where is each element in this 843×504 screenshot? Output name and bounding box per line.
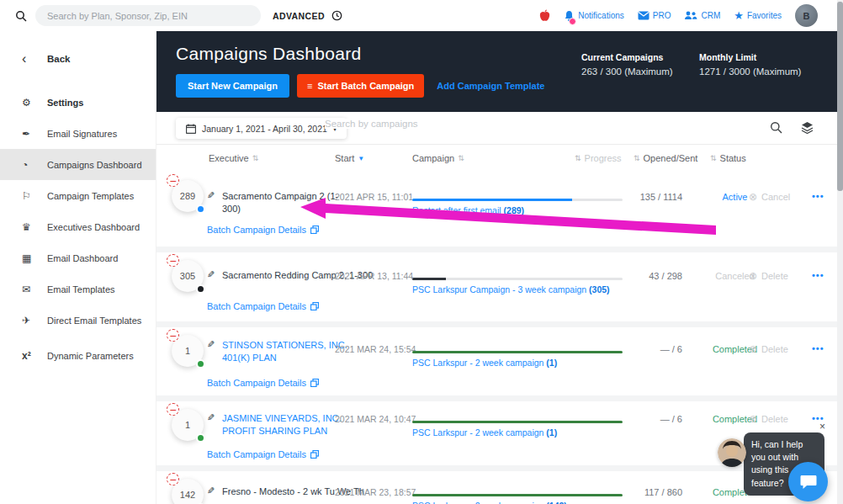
edit-icon[interactable]: ✎ <box>207 412 215 423</box>
delete-button[interactable]: ⊗Delete <box>749 413 813 425</box>
flag-icon: ⚐ <box>22 190 47 202</box>
topbar: ADVANCED Notifications PRO CRM ★ Favorit… <box>0 0 843 31</box>
more-actions-button[interactable]: ••• <box>812 343 824 353</box>
sort-icon[interactable]: ⇅ <box>458 154 464 162</box>
executive-badge[interactable]: 305 − <box>172 260 204 292</box>
status-dot <box>196 204 205 214</box>
batch-campaign-details-link[interactable]: Batch Campaign Details <box>207 225 319 235</box>
campaign-search-input[interactable] <box>325 119 577 129</box>
stopwatch-icon: ◔ <box>22 159 47 171</box>
chat-bubble-icon <box>800 475 817 490</box>
more-actions-button[interactable]: ••• <box>812 191 824 201</box>
batch-campaign-details-link[interactable]: Batch Campaign Details <box>207 301 319 311</box>
campaign-link[interactable]: Restart after first email (289) <box>412 205 524 215</box>
batch-campaign-details-link[interactable]: Batch Campaign Details <box>207 378 319 388</box>
sidebar-item-direct-email-templates[interactable]: ✈ Direct Email Templates <box>0 305 156 336</box>
campaign-link[interactable]: PSC Larkspur - 2 week campaign (1) <box>412 427 557 438</box>
sort-desc-icon[interactable]: ▼ <box>358 155 364 162</box>
page-header: Campaigns Dashboard Start New Campaign ≡… <box>156 31 837 112</box>
search-icon[interactable] <box>770 121 782 134</box>
sidebar-item-email-templates[interactable]: ✉ Email Templates <box>0 273 156 305</box>
close-icon[interactable]: × <box>819 421 825 432</box>
sort-icon[interactable]: ⇅ <box>575 154 581 162</box>
scrollbar-track[interactable] <box>837 0 843 504</box>
progress-bar <box>412 199 623 201</box>
edit-icon[interactable]: ✎ <box>207 269 215 280</box>
date-range-picker[interactable]: January 1, 2021 - April 30, 2021 ▾ <box>176 118 347 139</box>
sidebar-item-email-signatures[interactable]: ✒ Email Signatures <box>0 118 156 149</box>
status-dot <box>196 433 205 443</box>
executive-badge[interactable]: 289 − <box>172 180 204 212</box>
table-row: 142 − ✎ Fresno - Modesto - 2 wk Tu We Th… <box>156 471 837 504</box>
campaign-link[interactable]: PSC Larkspur - 2 week campaign (1) <box>412 358 557 368</box>
external-window-icon <box>310 225 319 234</box>
sidebar-item-executives-dashboard[interactable]: ♛ Executives Dashboard <box>0 211 156 242</box>
edit-icon[interactable]: ✎ <box>207 339 215 350</box>
pro-button[interactable]: PRO <box>638 11 671 20</box>
scrollbar-thumb[interactable] <box>837 2 843 191</box>
start-date: 2021 MAR 24, 15:54 <box>335 344 416 354</box>
delete-icon: ⊗ <box>749 343 757 355</box>
sidebar: ‹ Back ⚙ Settings ✒ Email Signatures ◔ C… <box>0 31 156 504</box>
campaign-link[interactable]: PSC Larkspur - 2 week campaign (142) <box>412 501 567 504</box>
star-icon: ★ <box>734 10 744 21</box>
apple-icon[interactable] <box>539 9 550 22</box>
campaign-link[interactable]: PSC Larkspur Campaign - 3 week campaign … <box>412 284 610 294</box>
sidebar-item-settings[interactable]: ⚙ Settings <box>0 87 156 118</box>
start-date: 2021 APR 15, 11:01 <box>335 192 413 202</box>
sort-icon[interactable]: ⇅ <box>710 154 717 162</box>
delete-button[interactable]: ⊗Delete <box>749 343 813 355</box>
executive-badge[interactable]: 142 − <box>172 479 204 504</box>
edit-icon[interactable]: ✎ <box>207 485 215 496</box>
remove-circle-icon[interactable]: − <box>167 473 179 485</box>
history-clock-icon[interactable] <box>331 10 342 21</box>
progress-bar <box>412 421 623 423</box>
column-status[interactable]: ⇅Status <box>710 153 746 163</box>
remove-circle-icon[interactable]: − <box>167 174 179 187</box>
sort-icon[interactable]: ⇅ <box>252 154 259 162</box>
remove-circle-icon[interactable]: − <box>167 403 179 416</box>
opened-sent-value: 135 / 1114 <box>602 192 682 202</box>
sidebar-item-email-dashboard[interactable]: ▦ Email Dashboard <box>0 242 156 273</box>
global-search-input[interactable] <box>35 5 261 26</box>
layers-icon[interactable] <box>801 121 814 134</box>
delete-button[interactable]: ⊗Delete <box>749 270 813 282</box>
start-batch-campaign-button[interactable]: ≡ Start Batch Campaign <box>297 74 424 98</box>
crm-button[interactable]: CRM <box>684 11 720 20</box>
start-new-campaign-button[interactable]: Start New Campaign <box>176 74 289 98</box>
executive-badge[interactable]: 1 − <box>172 409 204 441</box>
add-campaign-template-link[interactable]: Add Campaign Template <box>437 81 544 91</box>
batch-campaign-details-link[interactable]: Batch Campaign Details <box>207 449 319 459</box>
envelope-icon: ✉ <box>22 284 47 295</box>
sidebar-item-campaigns-dashboard[interactable]: ◔ Campaigns Dashboard <box>0 149 156 180</box>
opened-sent-value: — / 6 <box>602 414 682 424</box>
chevron-left-icon: ‹ <box>22 51 47 66</box>
executive-badge[interactable]: 1 − <box>172 335 204 367</box>
sidebar-item-campaign-templates[interactable]: ⚐ Campaign Templates <box>0 180 156 211</box>
start-date: 2021 APR 13, 11:44 <box>335 271 413 281</box>
playlist-icon: ≡ <box>307 81 312 91</box>
people-icon <box>684 11 697 20</box>
column-progress[interactable]: ⇅Progress <box>575 153 622 163</box>
search-icon <box>15 10 27 22</box>
sort-icon[interactable]: ⇅ <box>634 154 640 162</box>
column-opened-sent[interactable]: ⇅Opened/Sent <box>634 153 697 163</box>
user-avatar[interactable]: B <box>795 4 818 27</box>
column-campaign[interactable]: Campaign⇅ <box>412 153 464 163</box>
sidebar-item-dynamic-parameters[interactable]: x² Dynamic Parameters <box>0 340 156 371</box>
support-agent-avatar <box>718 438 746 467</box>
monthly-limit-stat: Monthly Limit 1271 / 3000 (Maximum) <box>699 52 801 77</box>
remove-circle-icon[interactable]: − <box>167 254 179 267</box>
cancel-button[interactable]: ⊗Cancel <box>749 191 813 203</box>
notifications-button[interactable]: Notifications <box>564 10 623 22</box>
column-executive[interactable]: Executive⇅ <box>209 153 258 163</box>
back-button[interactable]: ‹ Back <box>0 31 156 75</box>
remove-circle-icon[interactable]: − <box>167 329 179 342</box>
edit-icon[interactable]: ✎ <box>207 190 215 201</box>
column-start[interactable]: Start▼ <box>335 153 364 163</box>
filter-bar: January 1, 2021 - April 30, 2021 ▾ <box>156 112 837 145</box>
favorites-button[interactable]: ★ Favorites <box>734 10 782 21</box>
more-actions-button[interactable]: ••• <box>812 270 824 280</box>
chat-launcher-button[interactable] <box>788 462 828 501</box>
advanced-search-button[interactable]: ADVANCED <box>273 11 325 21</box>
